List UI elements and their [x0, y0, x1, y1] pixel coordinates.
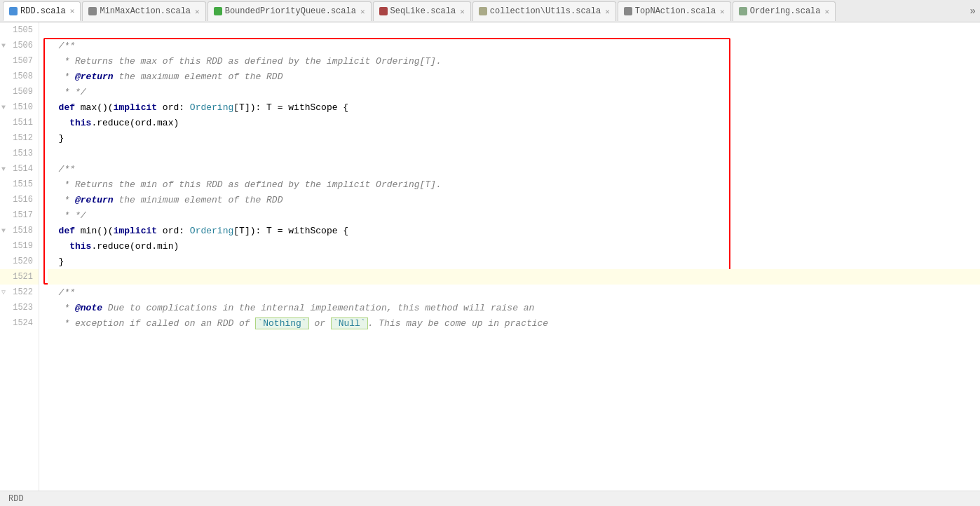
tab-bar: RDD.scala ✕ MinMaxAction.scala ✕ Bounded…: [0, 0, 980, 22]
line-num-1518: ▼ 1518: [0, 223, 39, 238]
collutils-file-icon: [479, 7, 487, 15]
line-num-1509: 1509: [0, 84, 39, 100]
line-num-1524: 1524: [0, 315, 39, 331]
tab-seqlike-label: SeqLike.scala: [390, 6, 456, 16]
code-tag: @return: [75, 71, 114, 82]
code-span: min()(: [75, 226, 114, 236]
code-line-1505: [48, 22, 980, 38]
minmax-file-icon: [88, 7, 97, 15]
code-span: [48, 102, 59, 113]
code-line-1506: /**: [48, 38, 980, 53]
code-line-1520: }: [48, 254, 980, 269]
code-span: *: [48, 71, 75, 82]
code-span: the minimum element of the RDD: [114, 195, 283, 205]
code-kw: implicit: [114, 102, 157, 113]
code-kw: def: [59, 102, 75, 113]
tab-rdd[interactable]: RDD.scala ✕: [3, 1, 81, 21]
code-kw: def: [59, 226, 75, 236]
tab-bounded-close[interactable]: ✕: [360, 7, 365, 16]
code-tag: @return: [75, 195, 114, 205]
code-span: * exception if called on an RDD of: [48, 318, 255, 329]
code-line-1507: * Returns the max of this RDD as defined…: [48, 53, 980, 69]
line-num-1514: ▼ 1514: [0, 161, 39, 177]
code-span: * Returns the max of this RDD as defined…: [48, 56, 442, 67]
code-line-1510: def max()(implicit ord: Ordering[T]): T …: [48, 100, 980, 115]
ordering-file-icon: [739, 7, 747, 15]
topnaction-file-icon: [624, 7, 632, 15]
code-line-1509: * */: [48, 84, 980, 100]
code-span: [T]): T = withScope {: [233, 226, 348, 236]
status-bar: RDD: [0, 491, 980, 506]
tab-topnaction-close[interactable]: ✕: [720, 7, 725, 16]
code-line-1513: [48, 146, 980, 161]
tab-collutils[interactable]: collection\Utils.scala ✕: [472, 1, 616, 21]
tab-ordering[interactable]: Ordering.scala ✕: [733, 1, 836, 21]
code-span: the maximum element of the RDD: [114, 71, 283, 82]
code-span: * Returns the min of this RDD as defined…: [48, 179, 442, 190]
line-num-1507: 1507: [0, 53, 39, 69]
code-line-1515: * Returns the min of this RDD as defined…: [48, 177, 980, 192]
tab-minmax-close[interactable]: ✕: [195, 7, 200, 16]
tab-minmax[interactable]: MinMaxAction.scala ✕: [82, 1, 205, 21]
tab-seqlike[interactable]: SeqLike.scala ✕: [373, 1, 471, 21]
code-span: [48, 241, 69, 252]
code-span: [T]): T = withScope {: [233, 102, 348, 113]
fold-icon-1514[interactable]: ▼: [1, 165, 6, 173]
tab-topnaction[interactable]: TopNAction.scala ✕: [618, 1, 731, 21]
code-span: /**: [48, 164, 75, 175]
tab-bounded-label: BoundedPriorityQueue.scala: [225, 6, 356, 16]
code-span: * */: [48, 87, 86, 97]
tab-collutils-close[interactable]: ✕: [605, 7, 610, 16]
code-null-highlight: `Null`: [331, 317, 368, 329]
code-span: * */: [48, 210, 86, 221]
line-num-1505: 1505: [0, 22, 39, 38]
line-numbers: 1505 ▼ 1506 1507 1508 1509: [0, 22, 39, 491]
fold-icon-1522[interactable]: ▽: [1, 288, 6, 296]
code-span: [48, 118, 69, 128]
seqlike-file-icon: [379, 7, 388, 15]
code-span: }: [48, 133, 64, 144]
fold-icon-1518[interactable]: ▼: [1, 227, 6, 235]
editor-container: 1505 ▼ 1506 1507 1508 1509: [0, 22, 980, 506]
code-line-1508: * @return the maximum element of the RDD: [48, 69, 980, 84]
code-span: Due to complications in the internal imp…: [102, 303, 534, 313]
code-nothing-highlight: `Nothing`: [255, 317, 308, 329]
line-num-1515: 1515: [0, 177, 39, 192]
fold-icon-1510[interactable]: ▼: [1, 104, 6, 111]
code-line-1524: * exception if called on an RDD of `Noth…: [48, 315, 980, 331]
line-num-1520: 1520: [0, 254, 39, 269]
ide-window: RDD.scala ✕ MinMaxAction.scala ✕ Bounded…: [0, 0, 980, 506]
line-num-1508: 1508: [0, 69, 39, 84]
code-span: .reduce(ord.min): [91, 241, 179, 252]
line-num-1511: 1511: [0, 115, 39, 130]
code-span: [48, 226, 59, 236]
code-content[interactable]: /** * Returns the max of this RDD as def…: [39, 22, 980, 491]
tab-minmax-label: MinMaxAction.scala: [100, 6, 191, 16]
code-line-1514: /**: [48, 161, 980, 177]
code-line-1511: this.reduce(ord.max): [48, 115, 980, 130]
tab-bounded[interactable]: BoundedPriorityQueue.scala ✕: [207, 1, 372, 21]
line-num-1512: 1512: [0, 130, 39, 146]
rdd-file-icon: [9, 7, 18, 15]
line-num-1522: ▽ 1522: [0, 285, 39, 300]
line-num-1521: 1521: [0, 269, 39, 285]
code-span: .reduce(ord.max): [91, 118, 179, 128]
code-line-1516: * @return the minimum element of the RDD: [48, 192, 980, 207]
code-span: ord:: [157, 102, 190, 113]
line-num-1519: 1519: [0, 238, 39, 254]
tab-ordering-label: Ordering.scala: [750, 6, 821, 16]
tab-overflow-button[interactable]: »: [966, 6, 980, 17]
code-type: Ordering: [190, 226, 233, 236]
tab-seqlike-close[interactable]: ✕: [460, 7, 465, 16]
fold-icon-1506[interactable]: ▼: [1, 42, 6, 50]
code-area: 1505 ▼ 1506 1507 1508 1509: [0, 22, 980, 491]
tab-ordering-close[interactable]: ✕: [825, 7, 830, 16]
code-line-1521: [48, 269, 980, 285]
code-span: or: [309, 318, 331, 329]
tab-rdd-close[interactable]: ✕: [70, 6, 75, 15]
code-type: Ordering: [190, 102, 233, 113]
code-span: *: [48, 195, 75, 205]
line-num-1516: 1516: [0, 192, 39, 207]
code-tag-note: @note: [75, 303, 102, 313]
code-line-1522: /**: [48, 285, 980, 300]
